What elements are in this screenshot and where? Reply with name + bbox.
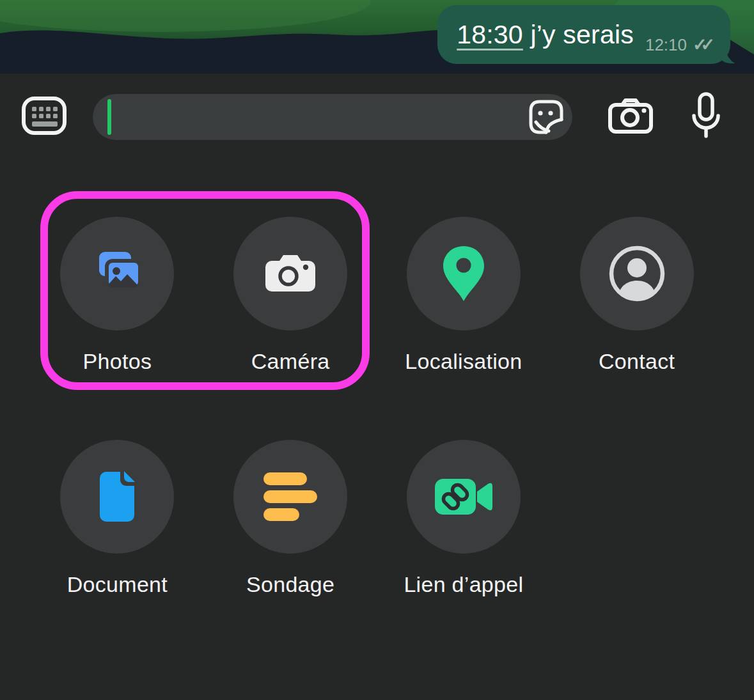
- poll-tile: [233, 440, 347, 554]
- video-call-link-icon: [434, 476, 494, 518]
- menu-item-poll[interactable]: Sondage: [204, 440, 377, 597]
- outgoing-message-bubble: 18:30 j’y serais 12:10 ✓✓: [437, 5, 730, 64]
- menu-item-photos[interactable]: Photos: [31, 217, 204, 374]
- message-text-rest: j’y serais: [523, 20, 634, 49]
- camera-shortcut-button[interactable]: [608, 97, 654, 134]
- menu-item-document[interactable]: Document: [31, 440, 204, 597]
- camera-tile: [233, 217, 347, 331]
- message-input[interactable]: [116, 94, 528, 141]
- poll-bars-icon: [263, 472, 318, 522]
- menu-label: Localisation: [405, 349, 522, 374]
- camera-filled-icon: [263, 251, 318, 297]
- photos-tile: [60, 217, 174, 331]
- contact-tile: [580, 217, 694, 331]
- menu-item-camera[interactable]: Caméra: [204, 217, 377, 374]
- camera-icon: [608, 97, 654, 134]
- sticker-button[interactable]: [528, 98, 565, 136]
- keyboard-icon: [21, 95, 67, 136]
- double-check-icon: ✓✓: [693, 35, 715, 55]
- location-pin-icon: [439, 244, 489, 304]
- document-tile: [60, 440, 174, 554]
- bubble-tail: [721, 40, 740, 64]
- attachment-menu-row-2: Document Sondage: [31, 440, 723, 597]
- microphone-icon: [691, 92, 721, 141]
- menu-label: Lien d’appel: [404, 572, 523, 597]
- time-link[interactable]: 18:30: [457, 20, 523, 49]
- menu-item-contact[interactable]: Contact: [550, 217, 723, 374]
- whatsapp-attachment-screen: 18:30 j’y serais 12:10 ✓✓: [0, 0, 754, 700]
- menu-label: Photos: [83, 349, 152, 374]
- menu-item-call-link[interactable]: Lien d’appel: [377, 440, 551, 597]
- attachment-menu-row-1: Photos Caméra Localisation: [31, 217, 723, 374]
- document-file-icon: [96, 469, 138, 524]
- contact-person-icon: [608, 244, 666, 303]
- call-link-tile: [407, 440, 521, 554]
- message-text: 18:30 j’y serais: [457, 20, 634, 50]
- sticker-icon: [528, 98, 565, 136]
- menu-label: Sondage: [246, 572, 334, 597]
- photos-stack-icon: [89, 247, 145, 300]
- menu-label: Caméra: [251, 349, 330, 374]
- message-input-field[interactable]: [93, 94, 572, 140]
- menu-label: Contact: [599, 349, 675, 374]
- message-timestamp: 12:10: [645, 35, 687, 55]
- voice-message-button[interactable]: [691, 92, 721, 141]
- keyboard-toggle-button[interactable]: [21, 95, 67, 136]
- text-cursor: [107, 99, 111, 135]
- menu-label: Document: [67, 572, 168, 597]
- message-meta: 12:10 ✓✓: [645, 35, 715, 64]
- location-tile: [407, 217, 521, 331]
- menu-item-location[interactable]: Localisation: [377, 217, 551, 374]
